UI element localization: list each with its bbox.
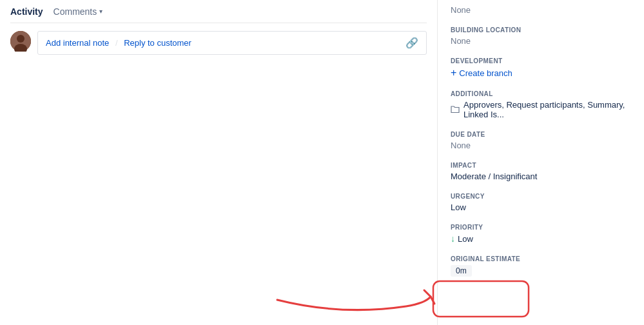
original-estimate-value[interactable]: 0m xyxy=(451,265,631,277)
folder-icon xyxy=(451,104,460,115)
plus-icon: + xyxy=(451,67,456,79)
svg-point-1 xyxy=(17,35,24,43)
comment-input-links: Add internal note / Reply to customer xyxy=(46,38,191,48)
impact-value[interactable]: Moderate / Insignificant xyxy=(451,172,631,181)
comment-input-box[interactable]: Add internal note / Reply to customer 🔗 xyxy=(37,31,427,55)
top-none-field: None xyxy=(451,5,631,15)
chevron-down-icon: ▾ xyxy=(99,8,102,15)
right-panel: None BUILDING LOCATION None DEVELOPMENT … xyxy=(438,0,644,325)
reply-to-customer-link[interactable]: Reply to customer xyxy=(124,38,191,48)
tab-activity[interactable]: Activity xyxy=(10,1,43,22)
building-location-value: None xyxy=(451,36,631,46)
separator: / xyxy=(113,38,120,48)
comment-area: Add internal note / Reply to customer 🔗 xyxy=(10,31,427,55)
original-estimate-field: ORIGINAL ESTIMATE 0m xyxy=(451,255,631,277)
avatar xyxy=(10,31,31,52)
attach-icon[interactable]: 🔗 xyxy=(405,37,418,49)
building-location-field: BUILDING LOCATION None xyxy=(451,26,631,46)
urgency-field: URGENCY Low xyxy=(451,193,631,212)
impact-field: IMPACT Moderate / Insignificant xyxy=(451,162,631,181)
priority-row[interactable]: ↓ Low xyxy=(451,233,631,244)
top-none-value: None xyxy=(451,5,631,15)
urgency-value[interactable]: Low xyxy=(451,202,631,212)
tab-bar: Activity Comments ▾ xyxy=(10,0,427,23)
priority-down-icon: ↓ xyxy=(451,233,455,244)
urgency-label: URGENCY xyxy=(451,193,631,200)
create-branch-button[interactable]: + Create branch xyxy=(451,67,631,79)
due-date-label: DUE DATE xyxy=(451,131,631,138)
additional-label: ADDITIONAL xyxy=(451,90,631,97)
additional-value: Approvers, Request participants, Summary… xyxy=(463,100,631,119)
priority-field: PRIORITY ↓ Low xyxy=(451,224,631,244)
tab-comments[interactable]: Comments ▾ xyxy=(54,6,103,17)
development-label: DEVELOPMENT xyxy=(451,57,631,64)
additional-row[interactable]: Approvers, Request participants, Summary… xyxy=(451,100,631,119)
add-internal-note-link[interactable]: Add internal note xyxy=(46,38,109,48)
create-branch-label: Create branch xyxy=(459,68,512,78)
left-panel: Activity Comments ▾ Add internal note / … xyxy=(0,0,438,325)
due-date-value: None xyxy=(451,141,631,150)
development-field: DEVELOPMENT + Create branch xyxy=(451,57,631,79)
estimate-badge: 0m xyxy=(451,265,472,277)
priority-label: PRIORITY xyxy=(451,224,631,231)
due-date-field: DUE DATE None xyxy=(451,131,631,150)
building-location-label: BUILDING LOCATION xyxy=(451,26,631,34)
additional-field: ADDITIONAL Approvers, Request participan… xyxy=(451,90,631,119)
priority-value: Low xyxy=(458,234,473,244)
impact-label: IMPACT xyxy=(451,162,631,169)
original-estimate-label: ORIGINAL ESTIMATE xyxy=(451,255,631,262)
comments-label: Comments xyxy=(54,6,97,17)
